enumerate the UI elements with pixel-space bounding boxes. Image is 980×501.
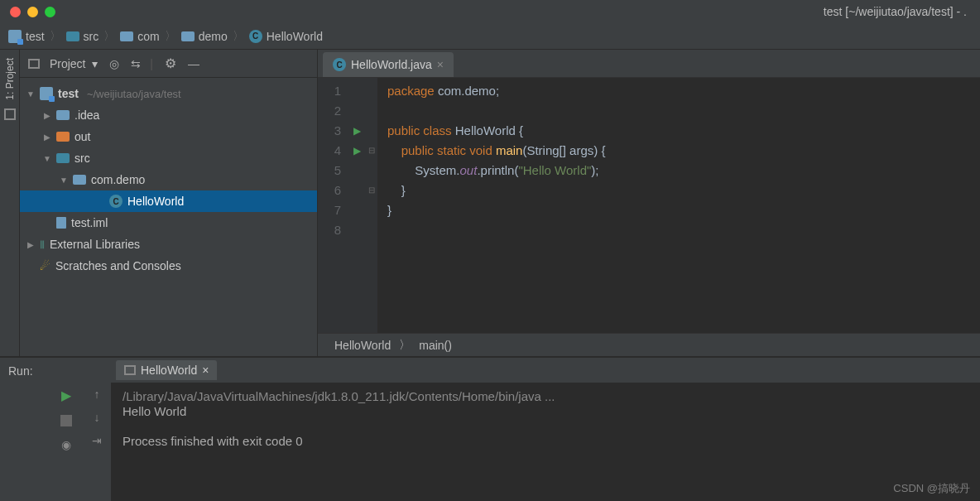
code-text[interactable]: package com.demo; public class HelloWorl… xyxy=(377,78,605,333)
wrap-icon[interactable]: ⇥ xyxy=(92,434,102,447)
module-icon xyxy=(8,30,22,43)
run-line-icon[interactable]: ▶ xyxy=(348,121,366,141)
breadcrumb: test 〉 src 〉 com 〉 demo 〉 CHelloWorld xyxy=(0,23,980,50)
sidebar-title-text: Project xyxy=(50,57,86,70)
crumb-label: test xyxy=(26,30,45,43)
minimize-window-icon[interactable] xyxy=(27,7,38,17)
chevron-right-icon: 〉 xyxy=(50,29,61,44)
chevron-right-icon[interactable] xyxy=(43,111,51,120)
line-gutter: 12345678 xyxy=(318,78,348,333)
crumb-test[interactable]: test xyxy=(8,30,45,43)
console-output[interactable]: /Library/Java/JavaVirtualMachines/jdk1.8… xyxy=(111,383,980,501)
hide-icon[interactable]: — xyxy=(188,57,199,70)
expand-all-icon[interactable]: ⇆ xyxy=(131,57,138,70)
tree-scratches[interactable]: ☄Scratches and Consoles xyxy=(20,255,317,277)
bc-method[interactable]: main() xyxy=(419,339,452,352)
chevron-down-icon[interactable] xyxy=(26,89,35,99)
code-area[interactable]: 12345678 ▶▶ ⊟⊟ package com.demo; public … xyxy=(318,78,980,333)
module-icon xyxy=(40,87,53,100)
crumb-label: com xyxy=(137,30,159,43)
tree-label: HelloWorld xyxy=(127,195,184,208)
class-icon: C xyxy=(249,30,262,43)
chevron-down-icon[interactable] xyxy=(43,154,51,163)
package-icon xyxy=(73,175,86,185)
view-icon xyxy=(28,59,40,69)
tree-label: test.iml xyxy=(71,216,108,229)
close-icon[interactable]: × xyxy=(202,364,209,377)
tree-src[interactable]: src xyxy=(20,147,317,169)
close-window-icon[interactable] xyxy=(10,7,21,17)
project-sidebar: Project ▾ ⇆ | ⚙ — test~/weijiutao/java/t… xyxy=(20,50,318,356)
chevron-right-icon: 〉 xyxy=(233,29,244,44)
tree-class[interactable]: CHelloWorld xyxy=(20,190,317,212)
project-tree: test~/weijiutao/java/test .idea out src … xyxy=(20,78,317,282)
run-tab-label: HelloWorld xyxy=(141,364,197,377)
run-panel: Run: ▶ ◉ ↑ ↓ ⇥ HelloWorld × /Library/Jav… xyxy=(0,356,980,501)
tree-label: test xyxy=(58,87,79,100)
window-title: test [~/weijiutao/java/test] - . xyxy=(824,5,975,18)
folder-icon xyxy=(56,153,70,163)
maximize-window-icon[interactable] xyxy=(45,7,55,17)
main-split: 1: Project Project ▾ ⇆ | ⚙ — test~/weiji… xyxy=(0,50,980,356)
watermark: CSDN @搞晓丹 xyxy=(893,481,970,496)
locate-icon[interactable] xyxy=(109,57,119,70)
tool-project-tab[interactable]: 1: Project xyxy=(4,58,16,100)
class-icon: C xyxy=(333,58,346,71)
run-line-icon[interactable]: ▶ xyxy=(348,141,366,161)
chevron-right-icon[interactable] xyxy=(26,240,35,249)
run-gutter: ▶▶ xyxy=(348,78,366,333)
down-icon[interactable]: ↓ xyxy=(94,411,100,424)
tree-package[interactable]: com.demo xyxy=(20,169,317,190)
run-nav: ↑ ↓ ⇥ xyxy=(83,358,111,501)
dump-icon[interactable]: ◉ xyxy=(61,438,71,451)
run-controls: ▶ ◉ xyxy=(50,358,83,501)
editor-pane: C HelloWorld.java × 12345678 ▶▶ ⊟⊟ packa… xyxy=(318,50,980,356)
crumb-demo[interactable]: demo xyxy=(181,30,228,43)
tab-label: HelloWorld.java xyxy=(351,58,432,71)
tree-out[interactable]: out xyxy=(20,126,317,147)
fold-gutter: ⊟⊟ xyxy=(366,78,377,333)
sidebar-title[interactable]: Project ▾ xyxy=(28,57,98,70)
editor-tabs: C HelloWorld.java × xyxy=(318,50,980,78)
tree-label: src xyxy=(74,152,90,165)
folder-icon xyxy=(66,31,79,41)
close-icon[interactable]: × xyxy=(437,58,444,71)
crumb-class[interactable]: CHelloWorld xyxy=(249,30,323,43)
bc-class[interactable]: HelloWorld xyxy=(334,339,391,352)
editor-breadcrumb: HelloWorld 〉 main() xyxy=(318,333,980,356)
tree-external-libs[interactable]: ⫴External Libraries xyxy=(20,234,317,255)
editor-tab[interactable]: C HelloWorld.java × xyxy=(323,52,454,77)
sidebar-header: Project ▾ ⇆ | ⚙ — xyxy=(20,50,317,78)
stop-icon[interactable] xyxy=(60,415,72,426)
library-icon: ⫴ xyxy=(40,238,45,252)
run-tab[interactable]: HelloWorld × xyxy=(116,360,217,380)
tree-label: External Libraries xyxy=(50,238,140,251)
tree-label: .idea xyxy=(74,108,99,122)
tree-label: out xyxy=(74,130,90,143)
tree-idea[interactable]: .idea xyxy=(20,104,317,126)
crumb-label: demo xyxy=(199,30,228,43)
tree-iml[interactable]: test.iml xyxy=(20,212,317,234)
crumb-label: src xyxy=(84,30,99,43)
chevron-right-icon[interactable] xyxy=(43,132,51,142)
title-bar: test [~/weijiutao/java/test] - . xyxy=(0,0,980,23)
class-icon: C xyxy=(109,195,122,208)
rerun-icon[interactable]: ▶ xyxy=(61,388,71,403)
scratch-icon: ☄ xyxy=(40,259,50,272)
crumb-src[interactable]: src xyxy=(66,30,99,43)
file-icon xyxy=(56,217,66,229)
window-controls xyxy=(0,7,55,17)
left-tool-strip: 1: Project xyxy=(0,50,20,356)
folder-icon xyxy=(120,31,133,41)
structure-tool-icon[interactable] xyxy=(4,108,16,120)
tree-root[interactable]: test~/weijiutao/java/test xyxy=(20,83,317,104)
up-icon[interactable]: ↑ xyxy=(94,388,100,401)
gear-icon[interactable]: ⚙ xyxy=(165,55,176,71)
chevron-right-icon: 〉 xyxy=(399,338,411,353)
crumb-label: HelloWorld xyxy=(267,30,323,43)
run-config-icon xyxy=(124,365,136,375)
chevron-down-icon[interactable] xyxy=(60,176,68,185)
tree-path: ~/weijiutao/java/test xyxy=(87,88,181,100)
crumb-com[interactable]: com xyxy=(120,30,159,43)
tree-label: com.demo xyxy=(91,173,145,186)
